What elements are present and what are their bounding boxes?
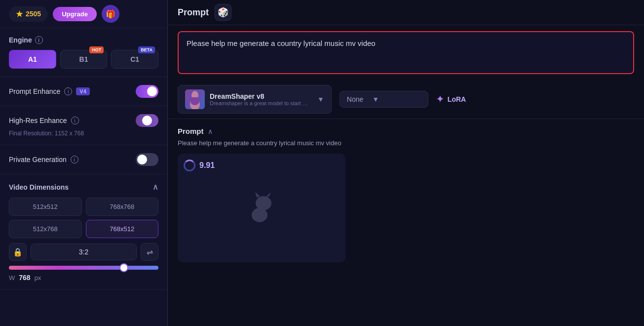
high-res-section: High-Res Enhance i Final Resolution: 115… <box>0 106 167 145</box>
gradient-slider[interactable] <box>9 266 158 270</box>
video-dimensions-label: Video Dimensions ∧ <box>9 182 158 192</box>
width-row: W 768 px <box>9 274 158 282</box>
engine-a1-button[interactable]: A1 <box>9 50 56 69</box>
high-res-left: High-Res Enhance i <box>9 117 79 124</box>
lora-area[interactable]: ✦ LoRA <box>436 94 466 105</box>
prompt-enhance-info-icon[interactable]: i <box>64 87 72 95</box>
loading-spinner <box>184 160 195 171</box>
prompt-textarea[interactable]: Please help me generate a country lyrica… <box>179 32 633 72</box>
private-gen-label: Private Generation <box>9 156 67 163</box>
engine-label: Engine i <box>9 36 158 44</box>
animal-silhouette-icon <box>242 188 281 228</box>
private-gen-section: Private Generation i <box>0 145 167 174</box>
engine-b1-button[interactable]: HOT B1 <box>60 50 108 69</box>
upgrade-button[interactable]: Upgrade <box>53 7 97 21</box>
ratio-input[interactable] <box>31 244 137 260</box>
dim-512x512-button[interactable]: 512x512 <box>9 198 82 216</box>
beta-badge: BETA <box>138 46 155 53</box>
dim-768x512-button[interactable]: 768x512 <box>86 220 159 238</box>
high-res-info-icon[interactable]: i <box>71 117 79 124</box>
sidebar: ★ 2505 Upgrade 🎁 Engine i A1 HOT B1 BETA… <box>0 0 168 326</box>
model-row: DreamShaper v8 Dreamshaper is a great mo… <box>168 80 644 119</box>
gen-loading: 9.91 <box>184 160 215 171</box>
prompt-enhance-left: Prompt Enhance i V4 <box>9 87 90 95</box>
prompt-textarea-wrapper: Please help me generate a country lyrica… <box>178 31 634 74</box>
sidebar-top: ★ 2505 Upgrade 🎁 <box>0 0 167 28</box>
prompt-section-title: Prompt <box>178 127 204 135</box>
prompt-enhance-label: Prompt Enhance <box>9 87 60 95</box>
private-gen-left: Private Generation i <box>9 156 78 163</box>
stars-badge: ★ 2505 <box>9 6 48 22</box>
generation-card: 9.91 <box>178 154 345 262</box>
prompt-section: Prompt ∧ Please help me generate a count… <box>168 119 644 270</box>
ratio-row: 🔒 ⇌ <box>9 243 158 261</box>
main-content: Prompt 🎲 Please help me generate a count… <box>168 0 644 326</box>
prompt-section-text: Please help me generate a country lyrica… <box>178 139 634 147</box>
swap-icon: ⇌ <box>147 247 153 257</box>
hot-badge: HOT <box>89 46 104 53</box>
private-gen-toggle[interactable] <box>136 153 158 166</box>
high-res-label: High-Res Enhance <box>9 117 67 124</box>
dimensions-chevron-up-icon[interactable]: ∧ <box>152 182 158 192</box>
lock-button[interactable]: 🔒 <box>9 243 27 261</box>
prompt-section-header: Prompt ∧ <box>178 127 634 135</box>
prompt-enhance-section: Prompt Enhance i V4 <box>0 77 167 106</box>
prompt-title: Prompt <box>178 7 209 18</box>
v4-badge: V4 <box>76 87 89 95</box>
swap-button[interactable]: ⇌ <box>141 243 158 261</box>
lora-label: LoRA <box>448 95 466 103</box>
engine-buttons: A1 HOT B1 BETA C1 <box>9 50 158 69</box>
high-res-row: High-Res Enhance i <box>9 114 158 127</box>
model-chevron-down-icon: ▼ <box>317 95 324 103</box>
loading-value: 9.91 <box>199 161 215 170</box>
prompt-chevron-up-icon[interactable]: ∧ <box>208 127 213 135</box>
engine-section: Engine i A1 HOT B1 BETA C1 <box>0 28 167 77</box>
prompt-enhance-row: Prompt Enhance i V4 <box>9 85 158 98</box>
private-gen-info-icon[interactable]: i <box>71 156 78 163</box>
svg-marker-5 <box>266 192 271 197</box>
none-label: None <box>347 95 363 103</box>
private-gen-row: Private Generation i <box>9 153 158 166</box>
gradient-slider-container: W 768 px <box>9 266 158 282</box>
model-description: Dreamshaper is a great model to start wi… <box>210 100 308 106</box>
svg-marker-4 <box>255 192 260 198</box>
cube-icon: 🎲 <box>218 7 228 18</box>
gift-button[interactable]: 🎁 <box>102 5 119 23</box>
model-select[interactable]: DreamShaper v8 Dreamshaper is a great mo… <box>178 85 332 114</box>
star-icon: ★ <box>16 9 23 19</box>
slider-thumb <box>119 263 128 272</box>
dim-512x768-button[interactable]: 512x768 <box>9 220 82 238</box>
none-select[interactable]: None ▼ <box>340 91 428 108</box>
cube-icon-button[interactable]: 🎲 <box>215 4 231 21</box>
dimension-grid: 512x512 768x768 512x768 768x512 <box>9 198 158 238</box>
prompt-header: Prompt 🎲 <box>168 0 644 25</box>
model-info: DreamShaper v8 Dreamshaper is a great mo… <box>210 92 308 106</box>
dim-768x768-button[interactable]: 768x768 <box>86 198 159 216</box>
engine-info-icon[interactable]: i <box>35 36 43 44</box>
prompt-enhance-toggle[interactable] <box>136 85 158 98</box>
none-chevron-down-icon: ▼ <box>372 95 379 103</box>
px-label: px <box>35 274 41 282</box>
gift-icon: 🎁 <box>106 9 115 19</box>
svg-rect-8 <box>259 208 265 214</box>
video-dimensions-section: Video Dimensions ∧ 512x512 768x768 512x7… <box>0 174 167 290</box>
resolution-text: Final Resolution: 1152 x 768 <box>9 130 158 137</box>
width-label: W <box>9 274 15 282</box>
model-avatar <box>185 89 205 109</box>
engine-c1-button[interactable]: BETA C1 <box>111 50 158 69</box>
stars-count: 2505 <box>26 10 41 18</box>
sparkle-icon: ✦ <box>436 94 444 105</box>
model-name: DreamShaper v8 <box>210 92 308 100</box>
high-res-toggle[interactable] <box>136 114 158 127</box>
lock-icon: 🔒 <box>13 247 23 257</box>
width-value: 768 <box>19 274 30 282</box>
